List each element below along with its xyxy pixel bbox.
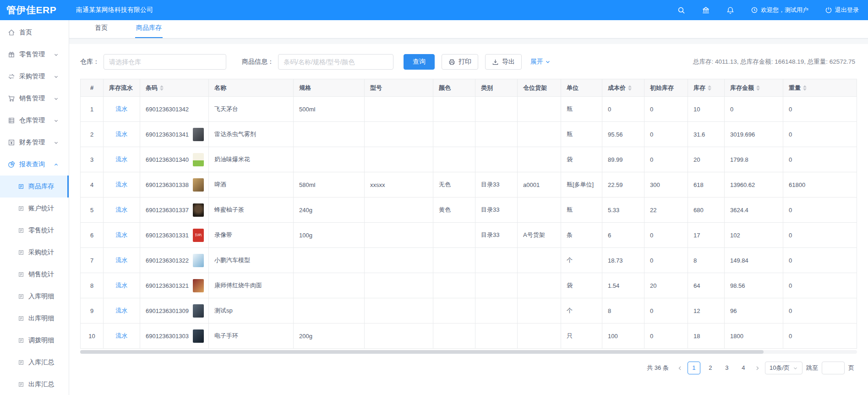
sidebar-item-finance-mgmt[interactable]: 财务管理 xyxy=(0,132,69,154)
expand-link[interactable]: 展开 xyxy=(530,58,551,66)
sidebar-item-retail-mgmt[interactable]: 零售管理 xyxy=(0,44,69,66)
cell-name: 康师傅红烧牛肉面 xyxy=(209,273,294,298)
stock-flow-link[interactable]: 流水 xyxy=(116,181,128,188)
search-icon[interactable] xyxy=(677,6,685,14)
page-number-3[interactable]: 3 xyxy=(721,362,733,374)
sort-icon[interactable] xyxy=(160,85,164,91)
horizontal-scrollbar[interactable] xyxy=(80,350,857,354)
sidebar-item-label: 首页 xyxy=(19,28,32,37)
chevron-down-icon xyxy=(54,96,59,101)
cell-shelf xyxy=(518,147,561,172)
cell-init-stock: 0 xyxy=(644,122,688,147)
sidebar-item-sales-mgmt[interactable]: 销售管理 xyxy=(0,88,69,110)
page-size-value: 10条/页 xyxy=(770,364,790,372)
print-label: 打印 xyxy=(459,58,471,66)
next-page-icon[interactable] xyxy=(753,365,761,371)
search-button[interactable]: 查询 xyxy=(404,54,435,70)
warehouse-select[interactable] xyxy=(104,54,226,70)
product-thumbnail xyxy=(193,329,204,343)
jump-page-input[interactable] xyxy=(822,362,845,374)
cell-model xyxy=(365,223,433,248)
sort-icon[interactable] xyxy=(803,85,807,91)
scrollbar-thumb[interactable] xyxy=(80,350,764,354)
sidebar-item-account-stats[interactable]: 账户统计 xyxy=(0,198,69,219)
cell-category: 目录33 xyxy=(475,172,518,198)
bank-icon[interactable] xyxy=(702,6,710,14)
sort-icon[interactable] xyxy=(756,85,760,91)
sidebar-item-warehouse-mgmt[interactable]: 仓库管理 xyxy=(0,110,69,132)
column-header-成本价[interactable]: 成本价 xyxy=(602,79,644,97)
sidebar-item-sales-stats[interactable]: 销售统计 xyxy=(0,263,69,285)
product-thumbnail xyxy=(193,153,204,166)
print-button[interactable]: 打印 xyxy=(442,54,478,70)
stock-flow-link[interactable]: 流水 xyxy=(116,131,128,137)
stock-flow-link[interactable]: 流水 xyxy=(116,105,128,112)
tab-home[interactable]: 首页 xyxy=(94,24,109,38)
sidebar-item-home[interactable]: 首页 xyxy=(0,22,69,44)
cell-cost: 18.73 xyxy=(602,248,644,273)
cell-color: 无色 xyxy=(433,172,475,198)
sidebar-item-goods-stock[interactable]: 商品库存 xyxy=(0,176,69,198)
product-info-input[interactable] xyxy=(278,54,393,70)
finance-icon xyxy=(8,139,15,146)
export-button[interactable]: 导出 xyxy=(485,54,522,70)
stock-flow-link[interactable]: 流水 xyxy=(116,206,128,213)
cell-index: 6 xyxy=(81,223,104,248)
page-number-1[interactable]: 1 xyxy=(688,362,700,374)
cell-unit: 个 xyxy=(561,248,602,273)
cell-stock: 20 xyxy=(688,147,725,172)
cell-shelf: A号货架 xyxy=(518,223,561,248)
stock-flow-link[interactable]: 流水 xyxy=(116,257,128,263)
cell-init-stock: 0 xyxy=(644,147,688,172)
sort-icon[interactable] xyxy=(628,85,632,91)
pagination: 共 36 条 1234 10条/页 跳至 页 xyxy=(80,362,857,374)
welcome-user[interactable]: 欢迎您，测试用户 xyxy=(751,6,808,14)
sidebar-item-purchase-mgmt[interactable]: 采购管理 xyxy=(0,66,69,88)
sidebar-item-report-query[interactable]: 报表查询 xyxy=(0,154,69,176)
stock-flow-link[interactable]: 流水 xyxy=(116,332,128,339)
page-number-4[interactable]: 4 xyxy=(737,362,750,374)
tab-goods-stock[interactable]: 商品库存 xyxy=(135,24,163,38)
filter-row: 仓库： 商品信息： 查询 打印 导出 展开 总库存: 4011. xyxy=(80,54,857,70)
cell-spec xyxy=(294,122,365,147)
table-row: 10流水6901236301303电子手环200g只10001818000 xyxy=(81,324,857,349)
column-header-重量[interactable]: 重量 xyxy=(783,79,857,97)
sidebar-item-inbound-detail[interactable]: 入库明细 xyxy=(0,285,69,307)
cell-name: 电子手环 xyxy=(209,324,294,349)
sales-icon xyxy=(8,95,15,102)
cell-amount: 3019.696 xyxy=(725,122,783,147)
cell-amount: 149.84 xyxy=(725,248,783,273)
sidebar-item-outbound-summary[interactable]: 出库汇总 xyxy=(0,373,69,395)
sidebar-item-inbound-summary[interactable]: 入库汇总 xyxy=(0,351,69,373)
sidebar-item-outbound-detail[interactable]: 出库明细 xyxy=(0,307,69,329)
stock-flow-link[interactable]: 流水 xyxy=(116,282,128,289)
column-header-库存[interactable]: 库存 xyxy=(688,79,725,97)
cell-model xyxy=(365,248,433,273)
cell-unit: 瓶 xyxy=(561,97,602,122)
logout-button[interactable]: 退出登录 xyxy=(825,6,859,14)
stock-flow-link[interactable]: 流水 xyxy=(116,156,128,163)
cell-weight: 0 xyxy=(783,97,857,122)
prev-page-icon[interactable] xyxy=(676,365,684,371)
sidebar-item-transfer-detail[interactable]: 调拨明细 xyxy=(0,329,69,351)
bell-icon[interactable] xyxy=(726,6,734,14)
page-size-select[interactable]: 10条/页 xyxy=(765,362,802,374)
cell-index: 4 xyxy=(81,172,104,198)
sort-icon[interactable] xyxy=(708,85,711,91)
sidebar-item-retail-stats[interactable]: 零售统计 xyxy=(0,219,69,241)
stock-flow-link[interactable]: 流水 xyxy=(116,307,128,314)
cell-stock: 10 xyxy=(688,97,725,122)
cell-index: 9 xyxy=(81,298,104,324)
cell-color xyxy=(433,273,475,298)
cell-stock: 31.6 xyxy=(688,122,725,147)
sidebar-item-label: 入库汇总 xyxy=(28,358,54,367)
cell-cost: 95.56 xyxy=(602,122,644,147)
page-number-2[interactable]: 2 xyxy=(704,362,717,374)
cell-amount: 1800 xyxy=(725,324,783,349)
column-header-库存金额[interactable]: 库存金额 xyxy=(725,79,783,97)
sidebar-item-label: 仓库管理 xyxy=(19,116,45,125)
column-header-条码[interactable]: 条码 xyxy=(140,79,209,97)
sidebar-item-purchase-stats[interactable]: 采购统计 xyxy=(0,241,69,263)
cell-barcode: 6901236301340 xyxy=(146,153,203,166)
stock-flow-link[interactable]: 流水 xyxy=(116,231,128,238)
